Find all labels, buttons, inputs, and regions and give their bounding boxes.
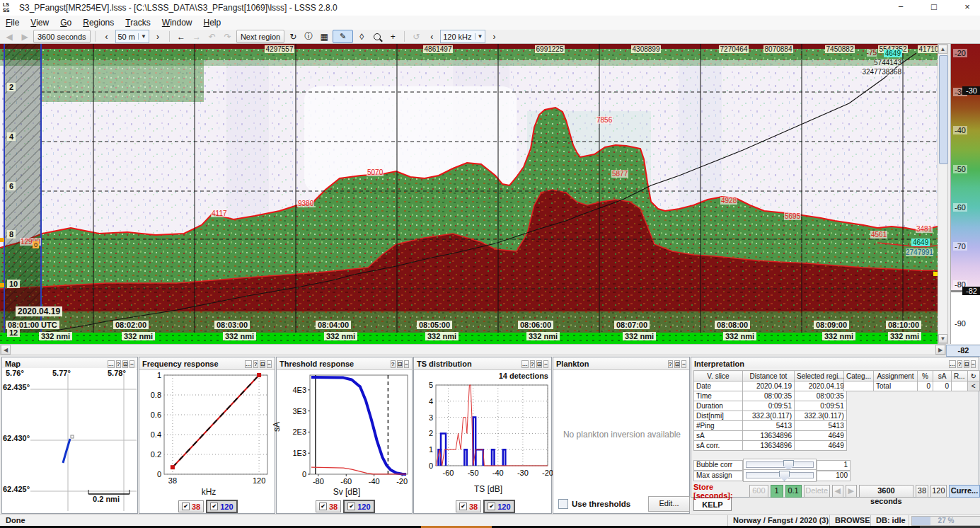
minimize-panel-button[interactable]: − bbox=[543, 360, 548, 368]
help-button[interactable]: ? bbox=[116, 360, 121, 368]
store-01-button[interactable]: 0.1 bbox=[785, 485, 802, 498]
info-icon[interactable]: ⓘ bbox=[301, 30, 316, 42]
next-file-icon[interactable]: ▶ bbox=[18, 30, 32, 42]
scroll-down-icon[interactable]: ▼ bbox=[938, 334, 947, 343]
close-window-icon[interactable]: × bbox=[957, 1, 978, 14]
column-header[interactable]: Distance tot bbox=[743, 371, 795, 381]
menu-item-file[interactable]: File bbox=[0, 16, 25, 29]
frequency-120-checkbox[interactable]: 120 bbox=[483, 500, 514, 513]
bubble-corr-slider[interactable] bbox=[746, 461, 814, 468]
search-icon[interactable] bbox=[370, 30, 384, 42]
detach-panel-button[interactable]: ⊡ bbox=[397, 360, 403, 368]
table-row[interactable]: Dist[nmi]332.3(0.117)332.3(0.117) bbox=[694, 411, 847, 421]
frequency-38-checkbox[interactable]: 38 bbox=[316, 500, 341, 512]
store-1-button[interactable]: 1 bbox=[771, 485, 783, 498]
column-header[interactable]: R... bbox=[952, 371, 968, 381]
table-row[interactable]: Duration0:09:510:09:51 bbox=[694, 401, 847, 411]
pencil-tool-icon[interactable]: ✎ bbox=[333, 30, 353, 43]
table-row[interactable]: Total 0 0 < bbox=[844, 381, 980, 391]
eraser-tool-icon[interactable]: ◊ bbox=[354, 30, 369, 42]
scroll-right-icon[interactable]: ▶ bbox=[935, 345, 945, 355]
next-region-button[interactable]: Next region bbox=[236, 30, 284, 43]
menu-item-regions[interactable]: Regions bbox=[77, 16, 120, 29]
more-options-button[interactable]: … bbox=[108, 360, 115, 368]
help-button[interactable]: ? bbox=[668, 360, 673, 368]
current-button[interactable]: Curre... bbox=[949, 485, 980, 498]
column-header[interactable]: V. slice bbox=[694, 371, 743, 381]
frequency-38-checkbox[interactable]: 38 bbox=[178, 500, 204, 512]
frequency-select[interactable]: 120 kHz ▼ bbox=[440, 30, 485, 43]
refresh-icon[interactable]: ↻ bbox=[286, 30, 300, 42]
previous-slice-icon[interactable]: ◀ bbox=[832, 485, 843, 498]
minimize-panel-button[interactable]: − bbox=[129, 360, 134, 368]
time-span-button[interactable]: 3600 seconds bbox=[33, 30, 91, 43]
color-scale[interactable]: -20-30-40-50-60-70-80-90 -30 -82 bbox=[950, 44, 980, 344]
zoom-in-icon[interactable]: + bbox=[386, 30, 400, 42]
floor-marker[interactable]: -82 bbox=[962, 287, 980, 295]
reset-view-icon[interactable]: ↺ bbox=[409, 30, 423, 42]
navigate-forward-icon[interactable]: → bbox=[190, 30, 204, 42]
column-header[interactable]: Categ... bbox=[844, 371, 874, 381]
lower-threshold-button[interactable]: -82 bbox=[946, 345, 980, 357]
undo-icon[interactable]: ↶ bbox=[205, 30, 219, 42]
range-decrease-icon[interactable]: ‹ bbox=[100, 30, 114, 42]
chevron-down-icon[interactable]: ▼ bbox=[138, 33, 146, 40]
menu-item-go[interactable]: Go bbox=[54, 16, 77, 29]
echogram-horizontal-scrollbar[interactable]: ◀ ▶ bbox=[0, 344, 946, 355]
navigate-back-icon[interactable]: ← bbox=[174, 30, 188, 42]
help-button[interactable]: ? bbox=[253, 360, 258, 368]
help-button[interactable]: ? bbox=[957, 360, 962, 368]
frequency-120-checkbox[interactable]: 120 bbox=[206, 500, 237, 513]
detach-panel-button[interactable]: ⊡ bbox=[260, 360, 266, 368]
detach-panel-button[interactable]: ⊡ bbox=[674, 360, 681, 368]
frequency-next-icon[interactable]: › bbox=[487, 30, 501, 42]
echogram-canvas[interactable] bbox=[0, 44, 938, 344]
more-options-button[interactable]: … bbox=[521, 360, 529, 368]
next-slice-icon[interactable]: ▶ bbox=[846, 485, 857, 498]
detach-panel-button[interactable]: ⊡ bbox=[122, 360, 129, 368]
column-header[interactable]: sA bbox=[933, 371, 952, 381]
range-select[interactable]: 50 m ▼ bbox=[115, 30, 149, 43]
more-options-button[interactable]: … bbox=[245, 360, 252, 368]
delete-button[interactable]: Delete bbox=[804, 485, 830, 498]
table-row[interactable]: sA136348964649 bbox=[694, 431, 847, 441]
reset-assignment-icon[interactable]: ↻ bbox=[967, 371, 979, 381]
store-120-button[interactable]: 120 bbox=[930, 485, 947, 498]
frequency-120-checkbox[interactable]: 120 bbox=[343, 500, 374, 513]
max-assign-slider[interactable] bbox=[746, 472, 814, 478]
store-38-button[interactable]: 38 bbox=[916, 485, 928, 498]
menu-item-tracks[interactable]: Tracks bbox=[120, 16, 156, 29]
column-header[interactable]: Selected regi... bbox=[795, 371, 847, 381]
minimize-panel-button[interactable]: − bbox=[267, 360, 272, 368]
frequency-38-checkbox[interactable]: 38 bbox=[456, 500, 481, 512]
chevron-down-icon[interactable]: ▼ bbox=[475, 33, 483, 40]
redo-icon[interactable]: ↷ bbox=[221, 30, 235, 42]
range-increase-icon[interactable]: › bbox=[151, 30, 165, 42]
table-row[interactable]: sA corr.136348964649 bbox=[694, 441, 847, 451]
column-header[interactable]: Assignment bbox=[874, 371, 918, 381]
detach-panel-button[interactable]: ⊡ bbox=[536, 360, 543, 368]
scrollbar-thumb[interactable] bbox=[939, 55, 948, 164]
menu-item-view[interactable]: View bbox=[25, 16, 54, 29]
scroll-up-icon[interactable]: ▲ bbox=[938, 45, 947, 54]
time-span-button[interactable]: 3600 seconds bbox=[859, 485, 913, 498]
table-row[interactable]: Date2020.04.192020.04.19 bbox=[694, 381, 847, 391]
minimize-window-icon[interactable]: − bbox=[890, 1, 911, 14]
frequency-prev-icon[interactable]: ‹ bbox=[425, 30, 439, 42]
store-600-button[interactable]: 600 bbox=[749, 485, 768, 498]
echogram-vertical-scrollbar[interactable]: ▲ ▼ bbox=[938, 44, 948, 344]
scroll-left-icon[interactable]: ◀ bbox=[1, 345, 11, 355]
use-thresholds-checkbox[interactable]: Use thresholds bbox=[558, 499, 630, 509]
help-button[interactable]: ? bbox=[530, 360, 535, 368]
maximize-window-icon[interactable]: □ bbox=[923, 1, 945, 14]
column-header[interactable]: % bbox=[918, 371, 933, 381]
table-row[interactable]: #Ping54135413 bbox=[694, 421, 847, 431]
more-options-button[interactable]: … bbox=[949, 360, 956, 368]
previous-file-icon[interactable]: ◀ bbox=[2, 30, 16, 42]
detach-panel-button[interactable]: ⊡ bbox=[964, 360, 970, 368]
table-row[interactable]: Time08:00:3508:00:35 bbox=[694, 391, 847, 401]
edit-button[interactable]: Edit... bbox=[648, 496, 690, 512]
minimize-panel-button[interactable]: − bbox=[971, 360, 976, 368]
expand-button[interactable]: < bbox=[967, 381, 979, 391]
menu-item-window[interactable]: Window bbox=[156, 16, 198, 29]
